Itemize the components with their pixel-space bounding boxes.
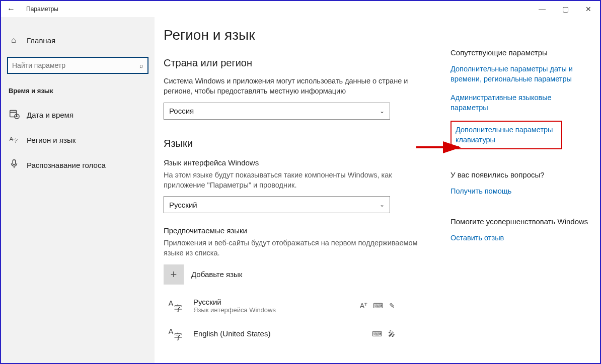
microphone-icon [9,158,19,171]
sidebar-item-region-language[interactable]: A字 Регион и язык [1,127,155,152]
link-get-help[interactable]: Получить помощь [450,186,590,196]
content-column: Регион и язык Страна или регион Система … [164,27,445,363]
link-leave-feedback[interactable]: Оставить отзыв [450,233,590,243]
languages-heading: Языки [164,138,430,149]
language-title: English (United States) [193,329,270,338]
svg-text:字: 字 [174,332,182,341]
display-language-subhead: Язык интерфейса Windows [164,158,430,167]
sidebar-item-date-time[interactable]: Дата и время [1,102,155,127]
language-feature-icons: Aᵀ ⌨ ✎ [360,302,395,310]
plus-icon: + [164,264,184,285]
chevron-down-icon: ⌄ [380,201,385,208]
sidebar-item-label: Распознавание голоса [27,161,106,169]
language-subtitle: Язык интерфейса Windows [193,306,276,314]
add-language-label: Добавьте язык [191,270,242,279]
language-item-text: Русский Язык интерфейса Windows [193,298,276,314]
preferred-languages-subhead: Предпочитаемые языки [164,226,430,235]
sidebar-item-label: Регион и язык [27,136,76,144]
language-feature-icons: ⌨ 🎤︎ [372,330,395,338]
sidebar-home-label: Главная [27,36,55,45]
window-controls: — ▢ ✕ [531,1,600,17]
related-pane: Сопутствующие параметры Дополнительные п… [445,27,600,363]
svg-text:字: 字 [174,304,182,313]
related-settings-heading: Сопутствующие параметры [450,48,590,57]
display-language-desc: На этом языке будут показываться такие к… [164,170,430,191]
sidebar-home[interactable]: ⌂ Главная [1,30,155,51]
svg-text:A: A [169,299,174,307]
keyboard-icon: ⌨ [372,330,382,338]
add-language-button[interactable]: + Добавьте язык [164,264,430,285]
language-glyph-icon: A字 [166,296,186,316]
language-item-russian[interactable]: A字 Русский Язык интерфейса Windows Aᵀ ⌨ … [164,292,430,320]
sidebar-item-label: Дата и время [27,111,73,119]
chevron-down-icon: ⌄ [380,108,385,115]
home-icon: ⌂ [9,36,19,45]
main-area: Регион и язык Страна или регион Система … [155,17,600,363]
calendar-clock-icon [9,108,19,121]
link-admin-language[interactable]: Административные языковые параметры [450,93,590,113]
region-desc: Система Windows и приложения могут испол… [164,76,430,97]
speech-icon: 🎤︎ [388,330,395,338]
language-title: Русский [193,298,276,306]
country-dropdown[interactable]: Россия ⌄ [164,103,390,120]
close-button[interactable]: ✕ [577,1,600,17]
language-item-text: English (United States) [193,329,270,338]
display-language-value: Русский [169,201,197,209]
svg-text:字: 字 [14,138,18,143]
language-glyph-icon: A字 [166,324,186,344]
language-icon: A字 [9,133,19,146]
text-to-speech-icon: Aᵀ [360,302,367,310]
back-button[interactable]: ← [1,5,21,14]
link-advanced-keyboard[interactable]: Дополнительные параметры клавиатуры [450,121,562,149]
search-input[interactable] [12,61,139,69]
svg-rect-0 [10,111,17,117]
maximize-button[interactable]: ▢ [554,1,577,17]
page-title: Регион и язык [164,27,430,43]
svg-text:A: A [10,136,14,142]
svg-rect-4 [13,160,16,165]
feedback-heading: Помогите усовершенствовать Windows [450,217,590,226]
search-icon: ⌕ [139,62,143,69]
sidebar-section-title: Время и язык [1,83,155,102]
preferred-languages-desc: Приложения и веб-сайты будут отображатьс… [164,238,430,258]
window-body: ⌂ Главная ⌕ Время и язык Дата и время A字… [1,17,600,363]
region-heading: Страна или регион [164,57,430,69]
country-value: Россия [169,107,194,115]
title-bar: ← Параметры — ▢ ✕ [1,1,600,17]
sidebar-item-speech[interactable]: Распознавание голоса [1,152,155,177]
svg-text:A: A [169,327,174,335]
sidebar: ⌂ Главная ⌕ Время и язык Дата и время A字… [1,17,155,363]
questions-heading: У вас появились вопросы? [450,170,590,179]
minimize-button[interactable]: — [531,1,554,17]
language-item-english[interactable]: A字 English (United States) ⌨ 🎤︎ [164,320,430,348]
window-title: Параметры [26,6,58,13]
keyboard-icon: ⌨ [373,302,383,310]
search-box[interactable]: ⌕ [7,57,148,74]
link-date-time-regional[interactable]: Дополнительные параметры даты и времени,… [450,64,590,84]
settings-window: ← Параметры — ▢ ✕ ⌂ Главная ⌕ Время и яз… [0,0,601,364]
handwriting-icon: ✎ [389,302,395,310]
display-language-dropdown[interactable]: Русский ⌄ [164,196,390,213]
